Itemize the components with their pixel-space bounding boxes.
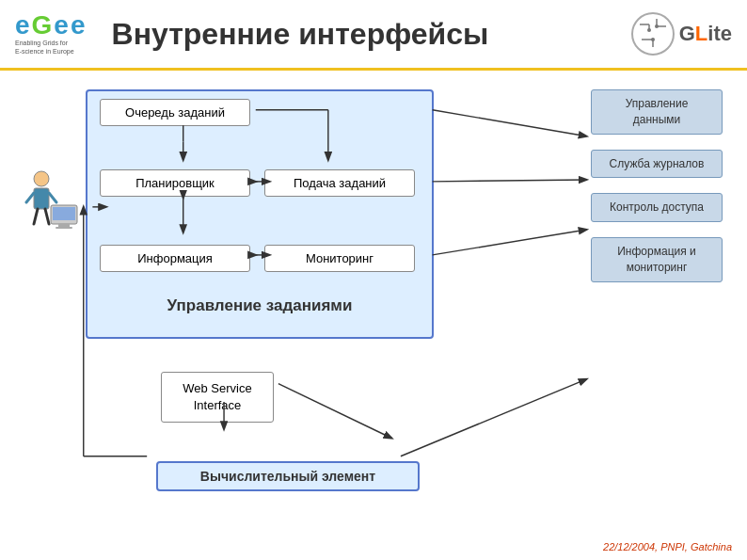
mgmt-label-text: Управление заданиями xyxy=(167,296,353,314)
info-monitor-label: Информация и мониторинг xyxy=(617,245,696,274)
web-service-label: Web Service Interface xyxy=(183,381,251,412)
svg-point-10 xyxy=(34,171,49,186)
submit-label: Подача заданий xyxy=(294,176,386,190)
egee-letter-g: G xyxy=(32,10,55,40)
data-mgmt-box: Управление данными xyxy=(591,89,723,135)
egee-subtitle: Enabling Grids for E-science in Europe xyxy=(15,39,74,56)
svg-line-28 xyxy=(433,110,587,136)
glite-text: GLite xyxy=(679,22,732,46)
egee-logo: eGee Enabling Grids for E-science in Eur… xyxy=(15,12,87,56)
monitor-box: Мониторинг xyxy=(264,245,415,272)
queue-box: Очередь заданий xyxy=(100,99,250,145)
svg-line-32 xyxy=(278,384,391,439)
log-service-label: Служба журналов xyxy=(610,157,705,170)
svg-line-12 xyxy=(26,193,34,202)
monitor-label: Мониторинг xyxy=(306,251,374,265)
header: eGee Enabling Grids for E-science in Eur… xyxy=(0,0,747,71)
svg-line-14 xyxy=(34,209,38,224)
planner-box: Планировщик xyxy=(100,169,250,197)
footer-text: 22/12/2004, PNPI, Gatchina xyxy=(603,541,732,552)
svg-point-0 xyxy=(632,13,674,55)
main-content: Очередь заданий Планировщик Подача задан… xyxy=(0,71,747,534)
svg-rect-19 xyxy=(56,227,72,229)
glite-i: L xyxy=(695,22,707,45)
web-service-box: Web Service Interface xyxy=(161,372,274,423)
svg-point-9 xyxy=(651,38,655,41)
svg-line-29 xyxy=(433,180,587,182)
egee-letter-e3: e xyxy=(71,10,87,40)
svg-line-33 xyxy=(401,379,586,456)
footer: 22/12/2004, PNPI, Gatchina xyxy=(603,537,732,554)
submit-box: Подача заданий xyxy=(264,169,415,197)
management-label: Управление заданиями xyxy=(100,289,420,315)
diagram-wrapper: Очередь заданий Планировщик Подача задан… xyxy=(15,80,732,524)
computing-element-box: Вычислительный элемент xyxy=(137,452,420,491)
access-control-label: Контроль доступа xyxy=(610,200,704,214)
svg-line-30 xyxy=(433,230,587,255)
glite-logo-icon xyxy=(630,11,675,56)
glite-g: G xyxy=(679,22,695,45)
data-mgmt-label: Управление данными xyxy=(626,97,689,126)
info-monitor-box: Информация и мониторинг xyxy=(591,237,723,282)
svg-rect-17 xyxy=(53,207,75,220)
egee-letter-e2: e xyxy=(54,10,71,40)
svg-rect-18 xyxy=(58,224,70,227)
svg-point-8 xyxy=(655,24,659,28)
glite-logo: GLite xyxy=(630,11,732,56)
svg-point-7 xyxy=(647,28,651,32)
planner-label: Планировщик xyxy=(135,176,215,190)
right-services: Управление данными Служба журналов Контр… xyxy=(591,89,723,282)
egee-letter-e: e xyxy=(15,10,32,40)
computer-person-icon xyxy=(24,169,81,235)
log-service-box: Служба журналов xyxy=(591,150,723,179)
page-title: Внутренние интерфейсы xyxy=(103,17,630,52)
computing-label: Вычислительный элемент xyxy=(200,469,375,484)
svg-rect-11 xyxy=(34,188,49,209)
svg-line-13 xyxy=(49,193,56,202)
svg-line-15 xyxy=(45,209,49,224)
queue-label: Очередь заданий xyxy=(125,105,225,120)
info-box: Информация xyxy=(100,245,250,272)
info-label: Информация xyxy=(137,251,213,265)
glite-l: ite xyxy=(707,22,732,45)
access-control-box: Контроль доступа xyxy=(591,193,723,222)
